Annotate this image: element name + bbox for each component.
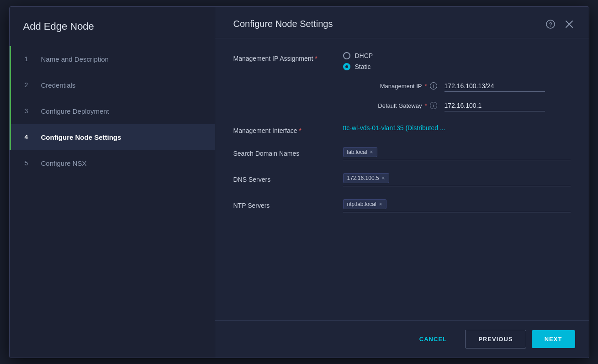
- radio-static[interactable]: Static: [343, 63, 571, 70]
- radio-dhcp[interactable]: DHCP: [343, 52, 571, 59]
- required-star-1: *: [315, 55, 317, 62]
- ntp-server-tag-close-0[interactable]: ×: [379, 201, 382, 207]
- step-label-4: Configure Node Settings: [41, 133, 122, 141]
- management-ip-controls: DHCP Static Management IP: [343, 52, 571, 111]
- ntp-servers-row: NTP Servers ntp.lab.local ×: [233, 199, 571, 212]
- radio-group-ip: DHCP Static: [343, 52, 571, 70]
- step-label-3: Configure Deployment: [41, 107, 109, 115]
- panel-header: Configure Node Settings ?: [215, 7, 589, 38]
- radio-static-circle: [343, 63, 350, 70]
- previous-button[interactable]: PREVIOUS: [465, 330, 526, 348]
- default-gw-sub-label: Default Gateway * i: [355, 102, 437, 109]
- dns-server-tag-0: 172.16.100.5 ×: [343, 173, 389, 183]
- mgmt-ip-sub-label: Management IP * i: [355, 82, 437, 90]
- step-item-5[interactable]: 5 Configure NSX: [10, 150, 215, 176]
- help-button[interactable]: ?: [544, 18, 557, 31]
- search-domain-controls: lab.local ×: [343, 147, 571, 160]
- step-num-3: 3: [25, 107, 34, 115]
- radio-dhcp-label: DHCP: [355, 52, 373, 59]
- search-domain-row: Search Domain Names lab.local ×: [233, 147, 571, 160]
- modal-footer: CANCEL PREVIOUS NEXT: [215, 320, 589, 358]
- management-ip-assignment-row: Management IP Assignment * DHCP Static: [233, 52, 571, 111]
- dns-server-tag-close-0[interactable]: ×: [382, 175, 385, 181]
- step-item-2[interactable]: 2 Credentials: [10, 72, 215, 98]
- dns-servers-label: DNS Servers: [233, 173, 334, 183]
- search-domain-label: Search Domain Names: [233, 147, 334, 157]
- step-list: 1 Name and Description 2 Credentials 3 C…: [10, 46, 215, 358]
- step-item-4[interactable]: 4 Configure Node Settings: [10, 124, 215, 150]
- step-label-2: Credentials: [41, 81, 76, 89]
- step-num-1: 1: [25, 55, 34, 63]
- mgmt-ip-info-icon[interactable]: i: [430, 82, 437, 90]
- step-label-5: Configure NSX: [41, 159, 87, 167]
- radio-static-label: Static: [355, 63, 371, 70]
- dns-servers-controls: 172.16.100.5 ×: [343, 173, 571, 186]
- management-interface-value[interactable]: ttc-wl-vds-01-vlan135 (Distributed ...: [343, 124, 571, 132]
- right-panel: Configure Node Settings ?: [215, 7, 589, 358]
- dns-servers-row: DNS Servers 172.16.100.5 ×: [233, 173, 571, 186]
- step-item-1[interactable]: 1 Name and Description: [10, 46, 215, 72]
- wizard-title: Add Edge Node: [10, 21, 215, 46]
- default-gw-info-icon[interactable]: i: [430, 102, 437, 109]
- modal-overlay: Add Edge Node 1 Name and Description 2 C…: [9, 6, 589, 358]
- search-domain-tag-0: lab.local ×: [343, 147, 377, 157]
- left-panel: Add Edge Node 1 Name and Description 2 C…: [10, 7, 215, 358]
- form-content: Management IP Assignment * DHCP Static: [215, 38, 589, 320]
- header-icons: ?: [544, 18, 575, 31]
- close-button[interactable]: [563, 18, 575, 30]
- ntp-servers-tag-input[interactable]: ntp.lab.local ×: [343, 199, 571, 212]
- radio-dhcp-circle: [343, 52, 350, 59]
- management-interface-label: Management Interface *: [233, 124, 334, 134]
- default-gateway-input[interactable]: [445, 100, 545, 111]
- management-interface-row: Management Interface * ttc-wl-vds-01-vla…: [233, 124, 571, 134]
- required-star-4: *: [299, 127, 301, 134]
- ntp-server-tag-0: ntp.lab.local ×: [343, 199, 386, 209]
- management-ip-label: Management IP Assignment *: [233, 52, 334, 62]
- default-gateway-sub-row: Default Gateway * i: [355, 100, 571, 111]
- step-item-3[interactable]: 3 Configure Deployment: [10, 98, 215, 124]
- ntp-servers-label: NTP Servers: [233, 199, 334, 209]
- cancel-button[interactable]: CANCEL: [407, 330, 460, 348]
- step-num-4: 4: [25, 133, 34, 141]
- search-domain-tag-input[interactable]: lab.local ×: [343, 147, 571, 160]
- management-ip-sub-row: Management IP * i: [355, 80, 571, 92]
- ntp-server-tag-label-0: ntp.lab.local: [347, 201, 376, 207]
- ntp-servers-controls: ntp.lab.local ×: [343, 199, 571, 212]
- next-button[interactable]: NEXT: [532, 330, 575, 348]
- management-ip-input[interactable]: [445, 80, 545, 92]
- panel-title: Configure Node Settings: [233, 19, 333, 29]
- dns-server-tag-label-0: 172.16.100.5: [347, 175, 379, 181]
- required-star-3: *: [424, 102, 427, 109]
- step-num-5: 5: [25, 159, 34, 167]
- required-star-2: *: [424, 83, 427, 90]
- svg-text:?: ?: [549, 21, 552, 28]
- search-domain-tag-close-0[interactable]: ×: [370, 149, 373, 155]
- step-num-2: 2: [25, 81, 34, 89]
- dns-servers-tag-input[interactable]: 172.16.100.5 ×: [343, 173, 571, 186]
- management-interface-controls: ttc-wl-vds-01-vlan135 (Distributed ...: [343, 124, 571, 132]
- search-domain-tag-label-0: lab.local: [347, 149, 367, 155]
- step-label-1: Name and Description: [41, 55, 109, 63]
